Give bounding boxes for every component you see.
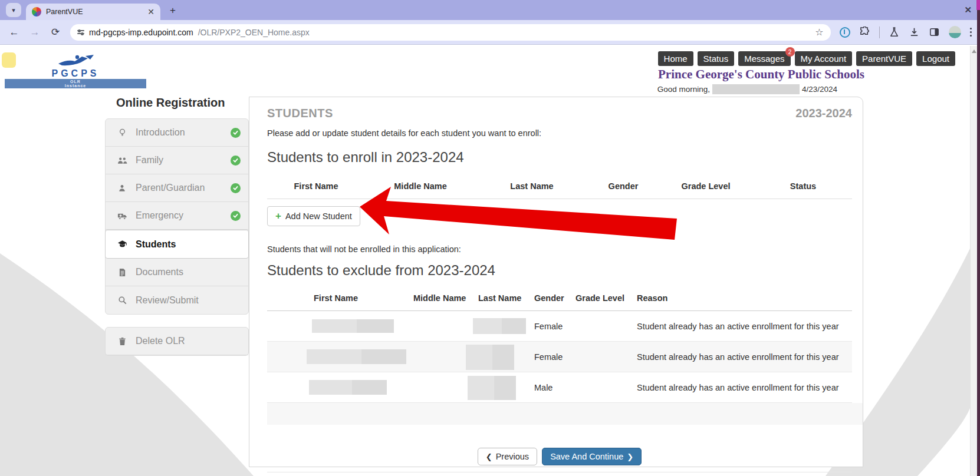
browser-window: ▾ ParentVUE ✕ + ✕ ← → ⟳ md-pgcps-imp.edu…: [0, 0, 980, 476]
nav-status-button[interactable]: Status: [698, 51, 735, 66]
back-icon[interactable]: ←: [8, 27, 20, 38]
exclude-section-heading: Students to exclude from 2023-2024: [267, 262, 852, 279]
menu-kebab-icon[interactable]: [970, 28, 972, 37]
sidebar-item-label: Emergency: [136, 210, 183, 221]
column-header: Middle Name: [365, 181, 476, 191]
nav-logout-button[interactable]: Logout: [916, 51, 955, 66]
reload-icon[interactable]: ⟳: [50, 26, 61, 38]
sidebar-item-review-submit[interactable]: Review/Submit: [106, 286, 248, 314]
page-scrollbar[interactable]: [970, 46, 977, 476]
registration-sidebar: Online Registration Introduction Family: [105, 96, 249, 356]
forward-icon[interactable]: →: [29, 27, 41, 38]
students-panel: STUDENTS 2023-2024 Please add or update …: [249, 97, 863, 467]
column-header: Grade Level: [575, 293, 637, 303]
side-panel-icon[interactable]: [929, 27, 940, 38]
redacted-first-name: [307, 349, 406, 364]
completed-check-icon: [231, 211, 241, 221]
reason-cell: Student already has an active enrollment…: [637, 322, 852, 331]
sidebar-item-delete-olr[interactable]: Delete OLR: [106, 328, 248, 355]
sidebar-item-label: Introduction: [136, 127, 185, 138]
nav-my-account-button[interactable]: My Account: [795, 51, 853, 66]
document-icon: [117, 268, 127, 277]
empty-table-footer: [267, 403, 863, 425]
previous-button[interactable]: ❮ Previous: [478, 448, 537, 465]
chevron-left-icon: ❮: [486, 452, 492, 461]
browser-tab[interactable]: ParentVUE ✕: [26, 4, 160, 20]
user-icon: [117, 184, 127, 193]
column-header: Grade Level: [659, 181, 753, 191]
exclude-table: First Name Middle Name Last Name Gender …: [267, 293, 852, 425]
add-new-student-label: Add New Student: [285, 211, 352, 221]
completed-check-icon: [231, 183, 241, 193]
url-path: /OLR/PXP2_OEN_Home.aspx: [198, 28, 310, 37]
ambulance-icon: [117, 211, 127, 220]
save-and-continue-button[interactable]: Save And Continue ❯: [542, 448, 642, 465]
sidebar-item-students[interactable]: Students: [105, 230, 249, 259]
column-header: Middle Name: [413, 293, 478, 303]
previous-label: Previous: [496, 452, 529, 461]
graduation-cap-icon: [117, 240, 127, 249]
sidebar-item-label: Family: [136, 155, 163, 166]
window-close-icon[interactable]: ✕: [964, 5, 972, 15]
sidebar-delete-card: Delete OLR: [105, 327, 249, 356]
panel-header: STUDENTS 2023-2024: [267, 107, 852, 120]
profile-avatar[interactable]: [949, 26, 961, 38]
tab-close-icon[interactable]: ✕: [147, 8, 154, 16]
school-year-label: 2023-2024: [795, 107, 852, 120]
column-header: Gender: [588, 181, 659, 191]
column-header: Gender: [534, 293, 575, 303]
nav-messages-button[interactable]: Messages 2: [738, 51, 790, 66]
table-row: Female Student already has an active enr…: [267, 311, 852, 342]
sidebar-item-label: Delete OLR: [136, 336, 185, 346]
sidebar-item-introduction[interactable]: Introduction: [106, 119, 248, 147]
nav-parentvue-button[interactable]: ParentVUE: [856, 51, 912, 66]
sidebar-item-label: Review/Submit: [136, 295, 199, 306]
reason-cell: Student already has an active enrollment…: [637, 383, 852, 392]
pgcps-swimmer-icon: [55, 54, 96, 67]
chevron-right-icon: ❯: [627, 452, 633, 461]
table-row: Male Student already has an active enrol…: [267, 372, 852, 403]
sidebar-item-parent-guardian[interactable]: Parent/Guardian: [106, 174, 248, 202]
labs-flask-icon[interactable]: [889, 27, 900, 38]
column-header: First Name: [267, 181, 365, 191]
extensions-puzzle-icon[interactable]: [859, 27, 870, 38]
toolbar-divider: [879, 27, 880, 38]
greeting-line: Good morning, 4/23/2024: [657, 84, 837, 94]
table-row: Female Student already has an active enr…: [267, 342, 852, 372]
url-host: md-pgcps-imp.edupoint.com: [89, 28, 193, 37]
browser-toolbar: ← → ⟳ md-pgcps-imp.edupoint.com /OLR/PXP…: [0, 20, 980, 45]
extension-blocker-icon[interactable]: [840, 27, 850, 38]
downloads-icon[interactable]: [909, 27, 920, 38]
plus-icon: +: [275, 213, 281, 220]
redacted-first-name: [312, 319, 394, 333]
gender-cell: Male: [534, 383, 575, 392]
completed-check-icon: [231, 128, 241, 138]
site-settings-icon[interactable]: [77, 30, 84, 34]
logo-sub1: OLR: [5, 80, 146, 84]
new-tab-button[interactable]: +: [170, 5, 176, 16]
completed-check-icon: [231, 156, 241, 166]
pgcps-logo: PGCPS OLR Instance: [5, 54, 146, 88]
gender-cell: Female: [534, 352, 575, 362]
sidebar-menu: Introduction Family Parent/Guardian: [105, 118, 249, 315]
address-bar[interactable]: md-pgcps-imp.edupoint.com /OLR/PXP2_OEN_…: [70, 24, 831, 41]
lightbulb-icon: [117, 128, 127, 137]
sidebar-item-family[interactable]: Family: [106, 147, 248, 174]
scroll-up-arrow-icon[interactable]: [972, 49, 976, 53]
nav-home-button[interactable]: Home: [658, 51, 693, 66]
redacted-first-name: [309, 380, 387, 395]
exclude-note: Students that will not be enrolled in th…: [267, 244, 852, 254]
logo-text: PGCPS: [5, 70, 146, 78]
tab-search-button[interactable]: ▾: [6, 3, 21, 17]
save-label: Save And Continue: [550, 452, 623, 461]
sidebar-item-emergency[interactable]: Emergency: [106, 202, 248, 230]
sidebar-item-documents[interactable]: Documents: [106, 259, 248, 286]
sidebar-item-label: Documents: [136, 267, 183, 277]
trash-icon: [117, 337, 127, 346]
panel-footer-rule: [267, 472, 852, 472]
enroll-table-header: First Name Middle Name Last Name Gender …: [267, 181, 852, 199]
bookmark-star-icon[interactable]: ☆: [815, 27, 823, 38]
nav-messages-label: Messages: [744, 54, 784, 64]
top-navigation: Home Status Messages 2 My Account Parent…: [658, 51, 955, 66]
add-new-student-button[interactable]: + Add New Student: [267, 206, 360, 226]
